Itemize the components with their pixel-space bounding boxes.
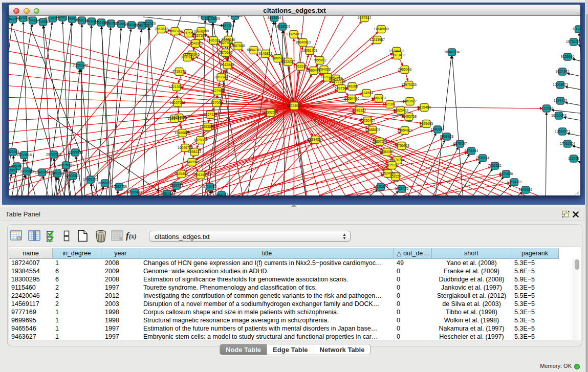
svg-text:7485063: 7485063 bbox=[398, 68, 412, 71]
svg-text:9777169: 9777169 bbox=[332, 80, 346, 83]
svg-text:10654112: 10654112 bbox=[507, 180, 522, 184]
svg-text:7625402: 7625402 bbox=[175, 172, 188, 176]
svg-text:12923446: 12923446 bbox=[127, 190, 142, 194]
svg-text:1733426: 1733426 bbox=[395, 187, 409, 190]
svg-text:2718176: 2718176 bbox=[172, 70, 186, 73]
svg-text:11548098: 11548098 bbox=[374, 27, 389, 31]
svg-text:19166829: 19166829 bbox=[175, 131, 190, 135]
svg-text:18807249: 18807249 bbox=[372, 140, 387, 143]
svg-text:2803144: 2803144 bbox=[214, 75, 228, 79]
svg-text:2719583: 2719583 bbox=[36, 20, 50, 24]
svg-text:19734093: 19734093 bbox=[389, 49, 404, 53]
svg-text:17957275: 17957275 bbox=[83, 178, 98, 181]
svg-text:13325419: 13325419 bbox=[286, 32, 301, 36]
svg-text:10025433: 10025433 bbox=[393, 108, 408, 112]
svg-text:8215958: 8215958 bbox=[540, 106, 554, 110]
svg-text:9227342: 9227342 bbox=[556, 70, 570, 73]
svg-text:3498222: 3498222 bbox=[188, 150, 202, 154]
svg-text:7986322: 7986322 bbox=[353, 108, 366, 112]
svg-text:7663822: 7663822 bbox=[155, 27, 168, 31]
svg-text:9084067: 9084067 bbox=[380, 150, 394, 154]
svg-text:2867608: 2867608 bbox=[231, 44, 245, 48]
svg-text:11353594: 11353594 bbox=[200, 125, 215, 128]
svg-text:10756928: 10756928 bbox=[394, 144, 409, 147]
svg-text:47295260: 47295260 bbox=[227, 16, 243, 17]
svg-text:9242848: 9242848 bbox=[221, 63, 234, 67]
svg-text:746266: 746266 bbox=[346, 84, 358, 88]
svg-text:2935114: 2935114 bbox=[476, 156, 489, 160]
svg-text:12505135: 12505135 bbox=[65, 174, 80, 178]
svg-text:9857771: 9857771 bbox=[170, 184, 184, 187]
svg-text:1112437: 1112437 bbox=[572, 27, 580, 31]
svg-text:15720407: 15720407 bbox=[360, 119, 375, 122]
svg-text:9129966: 9129966 bbox=[561, 55, 575, 58]
svg-text:5716485: 5716485 bbox=[203, 185, 217, 188]
svg-text:1605493: 1605493 bbox=[168, 117, 182, 120]
svg-text:3267130: 3267130 bbox=[204, 113, 217, 116]
svg-text:10688609: 10688609 bbox=[365, 128, 380, 132]
svg-text:12213987: 12213987 bbox=[369, 38, 385, 41]
svg-text:16543362: 16543362 bbox=[188, 41, 203, 45]
svg-text:15751074: 15751074 bbox=[566, 40, 580, 43]
svg-text:16782759: 16782759 bbox=[112, 185, 127, 188]
svg-text:9794028: 9794028 bbox=[317, 68, 331, 71]
svg-text:9115460: 9115460 bbox=[418, 105, 431, 109]
svg-text:6879197: 6879197 bbox=[453, 142, 467, 145]
svg-text:8186328: 8186328 bbox=[207, 38, 221, 42]
svg-text:9463627: 9463627 bbox=[403, 99, 417, 103]
svg-text:18640910: 18640910 bbox=[295, 40, 311, 44]
svg-text:7857224: 7857224 bbox=[221, 24, 234, 28]
svg-text:19654923: 19654923 bbox=[397, 128, 412, 132]
svg-text:8660124: 8660124 bbox=[168, 29, 182, 33]
svg-text:16210643: 16210643 bbox=[551, 114, 567, 117]
svg-text:20206526: 20206526 bbox=[46, 152, 61, 156]
svg-text:17359928: 17359928 bbox=[68, 150, 83, 154]
svg-text:3624554: 3624554 bbox=[360, 91, 374, 95]
svg-text:9146821: 9146821 bbox=[259, 52, 273, 55]
svg-text:17016504: 17016504 bbox=[560, 142, 575, 145]
svg-text:15213516: 15213516 bbox=[16, 153, 32, 157]
svg-text:10975887: 10975887 bbox=[58, 163, 74, 167]
svg-text:116753: 116753 bbox=[568, 157, 579, 160]
svg-text:8454749: 8454749 bbox=[247, 48, 261, 52]
svg-text:1044023: 1044023 bbox=[215, 193, 229, 195]
svg-text:12942737: 12942737 bbox=[34, 170, 50, 174]
svg-text:18226058: 18226058 bbox=[193, 29, 209, 33]
svg-text:8938928: 8938928 bbox=[440, 135, 454, 138]
svg-text:9890143: 9890143 bbox=[181, 55, 194, 59]
svg-text:11156829: 11156829 bbox=[19, 169, 34, 173]
svg-text:917006: 917006 bbox=[211, 101, 223, 104]
svg-text:835061: 835061 bbox=[11, 164, 23, 168]
svg-text:18724007: 18724007 bbox=[287, 104, 302, 107]
svg-text:1292411: 1292411 bbox=[160, 192, 173, 195]
svg-text:19384554: 19384554 bbox=[308, 138, 323, 141]
svg-text:15409948: 15409948 bbox=[184, 160, 200, 164]
svg-text:16648794: 16648794 bbox=[444, 50, 460, 54]
svg-text:9245652: 9245652 bbox=[519, 188, 533, 191]
svg-text:8322037: 8322037 bbox=[281, 60, 295, 63]
svg-text:10807487: 10807487 bbox=[371, 96, 386, 100]
svg-text:7955812: 7955812 bbox=[313, 58, 327, 62]
svg-text:152254: 152254 bbox=[390, 174, 402, 178]
svg-text:16046738: 16046738 bbox=[178, 146, 193, 149]
svg-text:16033809: 16033809 bbox=[205, 17, 220, 20]
svg-text:12975135: 12975135 bbox=[401, 83, 417, 86]
svg-text:16961758: 16961758 bbox=[302, 49, 317, 52]
svg-text:7632621: 7632621 bbox=[488, 164, 502, 167]
svg-text:8471626: 8471626 bbox=[499, 172, 513, 176]
svg-text:20053346: 20053346 bbox=[73, 63, 88, 67]
svg-text:2637812: 2637812 bbox=[358, 16, 372, 19]
svg-text:14136141: 14136141 bbox=[373, 185, 388, 188]
svg-text:9427552: 9427552 bbox=[211, 89, 225, 93]
svg-text:11451947: 11451947 bbox=[50, 171, 65, 175]
svg-text:13692971: 13692971 bbox=[555, 129, 570, 133]
svg-text:9699695: 9699695 bbox=[420, 122, 433, 125]
svg-text:19218506: 19218506 bbox=[275, 25, 290, 28]
svg-text:1640954: 1640954 bbox=[431, 127, 445, 131]
svg-text:1362615: 1362615 bbox=[294, 64, 308, 68]
svg-text:20364436: 20364436 bbox=[344, 97, 359, 100]
svg-text:16120746: 16120746 bbox=[389, 158, 405, 162]
svg-text:9474444: 9474444 bbox=[465, 149, 478, 152]
svg-text:1588520: 1588520 bbox=[271, 56, 285, 60]
svg-text:9327508: 9327508 bbox=[219, 41, 233, 45]
